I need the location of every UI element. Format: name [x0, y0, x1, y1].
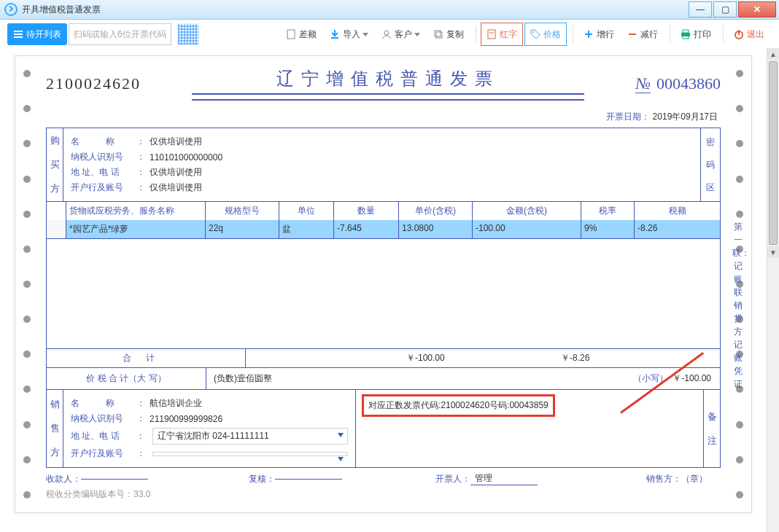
print-button[interactable]: 打印	[675, 23, 717, 45]
invoice-code: 2100024620	[46, 74, 141, 93]
minus-icon	[627, 29, 637, 39]
ledger-side-label: 第一联：记账联 销货方记账凭证	[732, 220, 744, 391]
qr-icon[interactable]	[177, 23, 199, 45]
close-button[interactable]: ✕	[738, 1, 776, 17]
toolbar: 待开列表 扫码或输入6位开票代码 差额 导入 客户 复制	[0, 20, 779, 50]
seller-address-select[interactable]: 辽宁省沈阳市 024-11111111	[152, 428, 348, 445]
svg-rect-3	[287, 30, 295, 39]
tag-icon	[530, 29, 540, 39]
doc-icon	[286, 29, 296, 39]
user-icon	[381, 29, 392, 39]
total-cn: (负数)壹佰圆整	[206, 372, 629, 385]
import-button[interactable]: 导入	[324, 23, 374, 45]
print-icon	[681, 29, 691, 39]
buyer-tab: 购 买 方	[47, 128, 63, 201]
svg-rect-7	[436, 32, 442, 38]
copy-icon	[433, 29, 443, 39]
svg-rect-2	[14, 36, 23, 38]
invoice-number: №00043860	[635, 74, 721, 93]
svg-rect-11	[683, 30, 689, 33]
svg-point-5	[384, 31, 389, 35]
exit-button[interactable]: 退出	[728, 23, 770, 45]
buyer-address[interactable]: 仅供培训使用	[150, 166, 202, 179]
seller-taxid: 211900999999826	[150, 414, 222, 424]
items-blank-area[interactable]	[47, 238, 720, 348]
buyer-name[interactable]: 仅供培训使用	[150, 136, 202, 148]
maximize-button[interactable]: ▢	[713, 1, 737, 17]
svg-rect-8	[488, 30, 495, 39]
sum-row: 合计 ￥-100.00 ￥-8.26	[47, 348, 720, 367]
price-button[interactable]: 价格	[524, 23, 567, 46]
seller-name: 航信培训企业	[150, 397, 202, 410]
footer-row: 收款人： 复核： 开票人：管理 销售方：（章）	[46, 472, 721, 485]
issuer-field[interactable]: 管理	[470, 472, 538, 485]
total-value: ￥-100.00	[673, 372, 720, 385]
minimize-button[interactable]: —	[689, 1, 712, 17]
diff-button[interactable]: 差额	[280, 23, 322, 45]
total-row: 价 税 合 计（大 写） (负数)壹佰圆整 （小写） ￥-100.00	[46, 368, 721, 390]
plus-icon	[584, 29, 594, 39]
titlebar: 开具增值税普通发票 — ▢ ✕	[0, 0, 779, 20]
issue-date-value: 2019年09月17日	[653, 111, 718, 123]
invoice-sheet: 第一联：记账联 销货方记账凭证 2100024620 辽宁增值税普通发票 №00…	[15, 55, 752, 513]
svg-rect-4	[331, 37, 338, 39]
buyer-bank[interactable]: 仅供培训使用	[150, 181, 202, 194]
list-icon	[13, 29, 23, 39]
payee-field[interactable]	[81, 479, 148, 480]
import-icon	[330, 29, 340, 39]
invoice-title: 辽宁增值税普通发票	[163, 68, 613, 90]
search-input[interactable]: 扫码或输入6位开票代码	[69, 23, 171, 45]
buyer-taxid[interactable]: 110101000000000	[150, 152, 222, 163]
perforation-left	[20, 56, 34, 512]
scroll-thumb[interactable]	[769, 61, 778, 245]
svg-rect-6	[435, 31, 441, 36]
seller-tab: 销 售 方	[47, 390, 63, 467]
buyer-box: 购 买 方 名 称：仅供培训使用 纳税人识别号：110101000000000 …	[46, 128, 721, 202]
scroll-up-button[interactable]: ▲	[767, 48, 779, 60]
customer-button[interactable]: 客户	[376, 23, 426, 45]
add-row-button[interactable]: 增行	[578, 23, 620, 45]
pending-list-button[interactable]: 待开列表	[7, 23, 67, 45]
svg-point-10	[532, 31, 534, 33]
remark-tab: 备 注	[703, 390, 720, 467]
review-field[interactable]	[275, 479, 342, 480]
app-icon	[4, 3, 18, 16]
items-table: 货物或应税劳务、服务名称 规格型号 单位 数量 单价(含税) 金额(含税) 税率…	[46, 202, 721, 368]
scroll-down-button[interactable]: ▼	[767, 246, 779, 258]
sum-amount: ￥-100.00	[400, 349, 555, 367]
issue-date-label: 开票日期：	[606, 111, 650, 123]
red-invoice-button[interactable]: 红字	[481, 23, 523, 46]
red-icon	[487, 29, 497, 39]
items-header: 货物或应税劳务、服务名称 规格型号 单位 数量 单价(含税) 金额(含税) 税率…	[47, 202, 720, 220]
power-icon	[734, 29, 744, 39]
canvas: 第一联：记账联 销货方记账凭证 2100024620 辽宁增值税普通发票 №00…	[0, 48, 767, 532]
seller-box: 销 售 方 名 称：航信培训企业 纳税人识别号：211900999999826 …	[46, 390, 721, 468]
remark-redbox: 对应正数发票代码:2100024620号码:00043859	[362, 394, 555, 417]
version-label: 税收分类编码版本号：33.0	[46, 488, 721, 501]
svg-rect-1	[14, 34, 23, 35]
seller-bank-select[interactable]	[152, 452, 348, 456]
item-row[interactable]: *园艺产品*绿萝 22q 盆 -7.645 13.0800 -100.00 9%…	[47, 220, 720, 238]
window-title: 开具增值税普通发票	[22, 4, 101, 16]
copy-button[interactable]: 复制	[427, 23, 470, 45]
svg-rect-0	[14, 31, 23, 32]
cipher-tab: 密 码 区	[700, 128, 720, 201]
del-row-button[interactable]: 减行	[621, 23, 664, 45]
vertical-scrollbar[interactable]: ▲ ▼	[767, 48, 779, 532]
